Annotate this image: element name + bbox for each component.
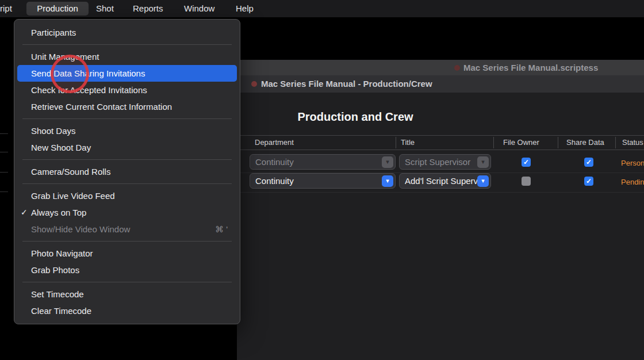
menu-separator — [22, 183, 232, 184]
menu-item-retrieve-current-contact-information[interactable]: Retrieve Current Contact Information — [17, 98, 237, 115]
menu-item-label: Always on Top — [31, 208, 86, 217]
keyboard-shortcut: ⌘ ' — [215, 221, 228, 238]
menu-item-new-shoot-day[interactable]: New Shoot Day — [17, 139, 237, 156]
chevron-down-icon: ▾ — [382, 175, 393, 187]
menu-item-production[interactable]: Production — [26, 2, 89, 16]
menu-item-check-for-accepted-invitations[interactable]: Check for Accepted Invitations — [17, 82, 237, 98]
background-row-line — [0, 192, 8, 192]
menu-separator — [22, 282, 232, 282]
column-header-status: Status — [622, 138, 643, 147]
share-data-checkbox[interactable]: ✓ — [584, 158, 593, 167]
row-divider — [237, 192, 644, 193]
title-dropdown[interactable]: Add'l Script Supervisor ▾ — [399, 173, 491, 189]
menu-item-camera-sound-rolls[interactable]: Camera/Sound Rolls — [17, 163, 237, 180]
menu-separator — [22, 44, 232, 45]
menu-item-clear-timecode[interactable]: Clear Timecode — [17, 302, 237, 319]
annotation-circle — [51, 55, 89, 93]
status-badge: Personal — [621, 159, 644, 167]
app-icon — [251, 81, 257, 87]
front-window-title: Mac Series File Manual - Production/Crew — [261, 79, 432, 89]
table-top-border — [240, 135, 644, 136]
app-icon — [454, 65, 460, 71]
production-menu: Participants Unit Management Send Data S… — [14, 19, 240, 324]
header-divider — [615, 137, 616, 148]
menu-item-label: Show/Hide Video Window — [31, 224, 130, 234]
chevron-down-icon: ▾ — [382, 156, 393, 168]
column-header-share-data: Share Data — [566, 138, 604, 147]
menu-item-help[interactable]: Help — [236, 0, 254, 17]
chevron-down-icon: ▾ — [477, 175, 489, 187]
header-divider — [396, 137, 396, 148]
menu-item-participants[interactable]: Participants — [17, 24, 237, 41]
front-window-content: Production and Crew Department Title Fil… — [237, 93, 644, 360]
menu-item-unit-management[interactable]: Unit Management — [17, 48, 237, 65]
dropdown-value: Add'l Script Supervisor — [405, 176, 477, 186]
menu-item-reports[interactable]: Reports — [133, 0, 163, 17]
background-row-line — [0, 133, 8, 134]
dropdown-value: Continuity — [255, 157, 382, 167]
background-row-line — [0, 152, 8, 152]
background-row-line — [0, 172, 8, 173]
menu-separator — [22, 118, 232, 119]
front-window-titlebar[interactable]: Mac Series File Manual - Production/Crew — [237, 75, 644, 93]
dropdown-value: Continuity — [255, 176, 382, 186]
column-header-file-owner: File Owner — [503, 138, 539, 147]
back-window-title: Mac Series File Manual.scriptess — [463, 63, 598, 72]
menu-bar: ript Production Shot Reports Window Help — [0, 0, 644, 17]
check-icon: ✓ — [586, 177, 592, 185]
menu-item-window[interactable]: Window — [184, 0, 214, 17]
back-window-titlebar[interactable]: Mac Series File Manual.scriptess — [237, 60, 644, 75]
column-header-title: Title — [401, 138, 415, 147]
table-header-border — [237, 150, 644, 150]
department-dropdown[interactable]: Continuity ▾ — [250, 154, 396, 170]
menu-item-script-partial[interactable]: ript — [0, 0, 12, 17]
menu-item-shot[interactable]: Shot — [96, 0, 114, 17]
column-header-department: Department — [255, 138, 294, 147]
check-icon: ✓ — [21, 204, 28, 221]
menu-item-set-timecode[interactable]: Set Timecode — [17, 286, 237, 302]
dropdown-value: Script Supervisor — [405, 157, 477, 167]
check-icon: ✓ — [586, 158, 592, 166]
menu-item-grab-live-video-feed[interactable]: Grab Live Video Feed — [17, 187, 237, 204]
menu-item-grab-photos[interactable]: Grab Photos — [17, 262, 237, 278]
header-divider — [558, 137, 558, 148]
check-icon: ✓ — [523, 158, 529, 166]
share-data-checkbox[interactable]: ✓ — [584, 177, 593, 186]
file-owner-checkbox[interactable]: ✓ — [522, 158, 531, 167]
menu-separator — [22, 159, 232, 160]
file-owner-checkbox[interactable] — [522, 177, 531, 186]
menu-item-shoot-days[interactable]: Shoot Days — [17, 122, 237, 139]
page-title: Production and Crew — [240, 110, 470, 124]
menu-item-show-hide-video-window[interactable]: Show/Hide Video Window ⌘ ' — [17, 221, 237, 238]
title-dropdown[interactable]: Script Supervisor ▾ — [399, 154, 491, 170]
header-divider — [493, 137, 494, 148]
chevron-down-icon: ▾ — [477, 156, 489, 168]
status-badge: Pending — [621, 178, 644, 186]
menu-item-always-on-top[interactable]: ✓ Always on Top — [17, 204, 237, 221]
menu-item-photo-navigator[interactable]: Photo Navigator — [17, 245, 237, 262]
department-dropdown[interactable]: Continuity ▾ — [250, 173, 396, 189]
menu-separator — [22, 241, 232, 242]
